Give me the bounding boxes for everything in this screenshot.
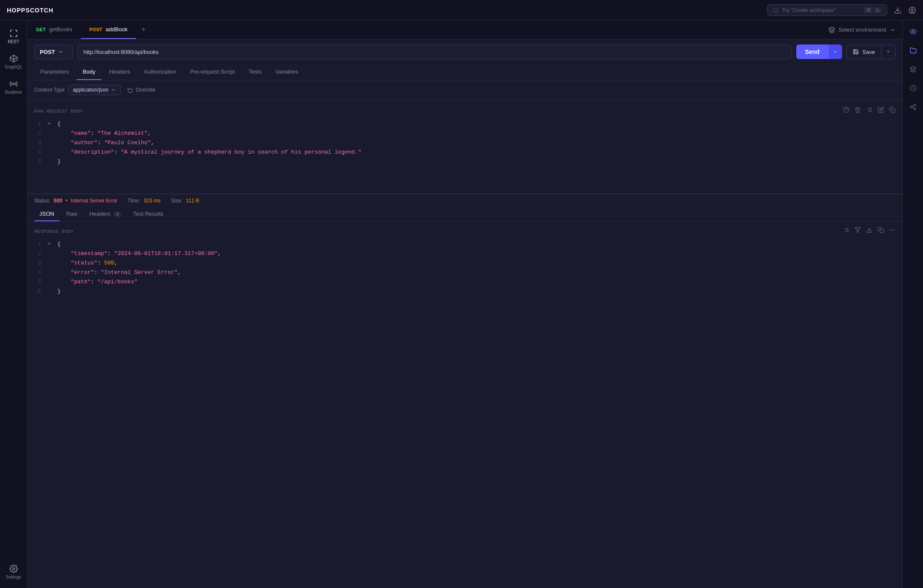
right-sidebar: [902, 21, 923, 588]
tab-addbook[interactable]: POST addBook: [81, 21, 136, 39]
resp-download-icon[interactable]: [866, 227, 872, 237]
history-icon[interactable]: [907, 82, 919, 94]
tab-add-button[interactable]: +: [136, 21, 151, 39]
trash-icon[interactable]: [855, 107, 861, 116]
sidebar-item-graphql[interactable]: GraphQL: [2, 51, 26, 73]
resp-tab-json[interactable]: JSON: [34, 207, 60, 221]
help-icon[interactable]: [843, 107, 849, 116]
override-label: Override: [136, 87, 155, 93]
svg-point-28: [894, 230, 894, 230]
req-tab-tests[interactable]: Tests: [243, 64, 268, 80]
rest-icon: [9, 29, 18, 38]
send-dropdown-button[interactable]: [828, 45, 842, 59]
content-type-chevron-icon: [111, 87, 116, 92]
url-bar: POST Send: [34, 45, 896, 59]
send-chevron-icon: [833, 49, 838, 54]
search-bar[interactable]: Try "Create workspace" ⌘ K: [767, 4, 887, 16]
svg-point-35: [914, 108, 916, 110]
resp-code-line-2: 2 ▼ "timestamp": "2024-06-01T18:01:17.31…: [34, 249, 896, 259]
tab-getbooks[interactable]: GET getBooks: [27, 21, 81, 39]
search-kbd: ⌘ K: [864, 7, 881, 13]
profile-icon[interactable]: [908, 6, 916, 14]
url-input[interactable]: [77, 45, 792, 59]
svg-point-34: [911, 106, 912, 108]
save-button-group: Save: [846, 45, 896, 59]
sidebar-item-rest[interactable]: REST: [2, 26, 26, 48]
editor-header: Raw Request Body: [27, 103, 902, 120]
save-dropdown-button[interactable]: [881, 45, 896, 59]
req-tab-body[interactable]: Body: [77, 64, 101, 80]
override-button[interactable]: Override: [124, 85, 159, 95]
download-icon[interactable]: [894, 6, 902, 14]
req-tab-variables[interactable]: Variables: [269, 64, 304, 80]
svg-line-1: [777, 11, 778, 12]
request-area: POST Send: [27, 39, 902, 64]
response-body-title: Response Body: [34, 228, 74, 236]
pencil-icon[interactable]: [878, 107, 884, 116]
editor-toolbar: [843, 107, 896, 116]
resp-code-line-5: 5 ▼ "path": "/api/books": [34, 278, 896, 287]
send-button[interactable]: Send: [796, 45, 828, 59]
layers-icon[interactable]: [907, 63, 919, 75]
response-editor-toolbar: [843, 227, 896, 237]
resp-more-icon[interactable]: [889, 227, 896, 237]
req-tab-parameters[interactable]: Parameters: [34, 64, 75, 80]
req-tab-prerequest[interactable]: Pre-request Script: [184, 64, 241, 80]
send-button-group: Send: [796, 45, 842, 59]
copy-icon[interactable]: [889, 107, 896, 116]
share-icon[interactable]: [907, 101, 919, 113]
save-icon: [853, 49, 859, 55]
eye-icon[interactable]: [907, 26, 919, 38]
sidebar-item-settings[interactable]: Settings: [2, 561, 26, 583]
search-icon: [773, 7, 779, 13]
resp-copy-icon[interactable]: [878, 227, 884, 237]
req-tab-headers[interactable]: Headers: [103, 64, 136, 80]
svg-point-8: [12, 568, 15, 570]
resp-code-line-4: 4 ▼ "error": "Internal Server Error",: [34, 268, 896, 278]
resp-filter-icon[interactable]: [855, 227, 861, 237]
status-error-text: Internal Server Error: [71, 198, 118, 204]
svg-point-7: [13, 83, 14, 84]
sidebar: REST GraphQL Realtime Settings: [0, 21, 27, 588]
tab-addbook-method: POST: [89, 27, 102, 32]
request-tabs: Parameters Body Headers Authorization Pr…: [27, 64, 902, 80]
status-label: Status:: [34, 198, 50, 204]
tab-getbooks-method: GET: [36, 27, 46, 32]
request-code-lines: 1 ▼ { 2 ▼ "name": "The Alchemist", 3 ▼ "…: [27, 120, 902, 167]
code-line-4: 4 ▼ "description": "A mystical journey o…: [34, 148, 896, 157]
svg-rect-17: [892, 109, 895, 113]
environment-selector[interactable]: Select environment: [822, 21, 902, 39]
sidebar-item-label-rest: REST: [8, 39, 19, 44]
body-config-section: Content Type application/json Override: [27, 80, 902, 100]
save-button[interactable]: Save: [846, 45, 881, 59]
resp-tab-testresults[interactable]: Test Results: [128, 207, 169, 221]
svg-marker-31: [910, 66, 916, 69]
sidebar-item-realtime[interactable]: Realtime: [2, 76, 26, 98]
save-chevron-icon: [886, 49, 891, 54]
resp-tab-headers[interactable]: Headers 4: [84, 207, 126, 221]
format-icon[interactable]: [866, 107, 872, 116]
code-line-2: 2 ▼ "name": "The Alchemist",: [34, 129, 896, 139]
code-line-3: 3 ▼ "author": "Paulo Coelho",: [34, 139, 896, 148]
response-code-lines: 1 ▼ { 2 ▼ "timestamp": "2024-06-01T18:01…: [27, 240, 902, 297]
req-tab-authorization[interactable]: Authorization: [138, 64, 182, 80]
svg-point-27: [892, 230, 893, 230]
method-select[interactable]: POST: [34, 45, 73, 59]
topbar: HOPPSCOTCH Try "Create workspace" ⌘ K: [0, 0, 923, 21]
environment-icon: [828, 27, 835, 33]
svg-marker-24: [855, 228, 860, 232]
time-label: Time:: [128, 198, 140, 204]
time-value: 315 ms: [144, 198, 161, 204]
kbd-cmd: ⌘: [864, 7, 873, 13]
folder-icon[interactable]: [907, 45, 919, 56]
sidebar-item-label-settings: Settings: [6, 575, 21, 579]
sidebar-item-label-graphql: GraphQL: [5, 65, 22, 69]
resp-format-icon[interactable]: [843, 227, 849, 237]
tab-getbooks-name: getBooks: [49, 26, 72, 33]
graphql-icon: [9, 54, 18, 63]
response-body-editor: Response Body: [27, 222, 902, 300]
chevron-down-icon: [890, 27, 896, 33]
svg-point-30: [912, 31, 914, 33]
resp-tab-raw[interactable]: Raw: [61, 207, 83, 221]
content-type-select[interactable]: application/json: [68, 85, 121, 95]
